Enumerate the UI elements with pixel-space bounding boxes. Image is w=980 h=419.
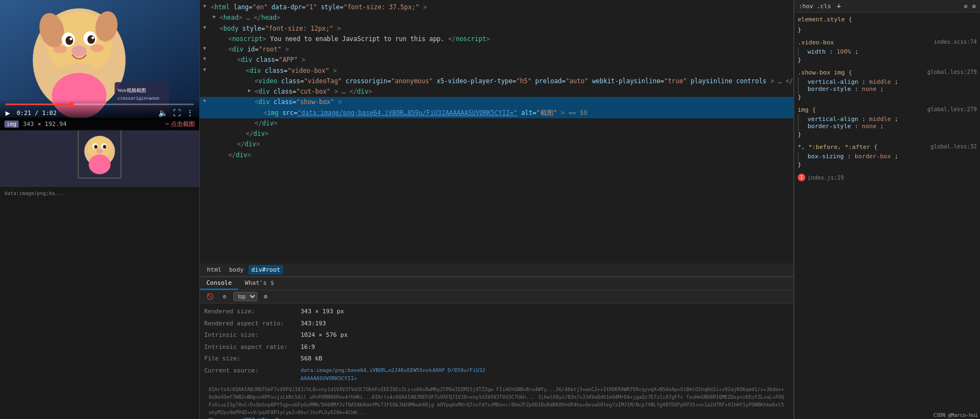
css-content: element.style { } .video-box index.scss:… [794,13,980,419]
show-more-link[interactable]: Show more (757 kB) [209,417,268,419]
camera-icon: ✂ [165,120,169,128]
expand-arrow: ▼ [203,45,206,53]
dataurl-section: data:image/png;ba... [0,186,199,419]
file-size-row: File size: 568 kB [204,353,789,365]
settings-icon[interactable]: ⚙ [972,3,976,10]
play-button[interactable]: ▶ [5,108,10,117]
html-line[interactable]: </div> [200,129,793,139]
html-line[interactable]: ▼ <div id="root" > [200,44,793,55]
progress-dot [68,102,74,107]
css-rule-img: img { global.less:279 vertical-align : m… [798,106,977,138]
css-rule-element-style: element.style { } [798,16,977,33]
svg-point-8 [88,35,95,44]
tab-whats[interactable]: What's $ [238,277,280,290]
svg-point-11 [72,45,87,56]
svg-point-10 [91,37,94,39]
html-line[interactable]: <noscript> You need to enable JavaScript… [200,34,793,44]
html-line-img[interactable]: <img src="data:image/png;base64,iVBOR…85… [200,108,793,118]
middle-panel: ▼ <html lang="en" data-dpr="1" style="fo… [200,0,794,419]
current-source-row: Current source: data:image/png;base64,iV… [204,365,789,383]
issue-indicator: 1 index.js:19 [798,174,977,181]
settings-btn[interactable]: ⚙ [262,292,270,301]
css-property-line: border-style : none ; [808,123,977,130]
cls-button[interactable]: .cls [817,3,832,10]
expand-arrow: ▼ [203,24,206,32]
progress-bar[interactable] [5,104,194,105]
svg-point-25 [103,145,106,148]
expand-arrow: ▼ [203,3,206,10]
video-area: Web视频截图 crossorigin=anon ▶ 0:21 / 1:02 🔈… [0,0,199,120]
right-panel: :hov .cls + ⊘ ⚙ element.style { } .video… [794,0,980,419]
breadcrumb-html[interactable]: html [204,265,224,274]
volume-button[interactable]: 🔈 [158,108,168,117]
html-line[interactable]: </div> [200,139,793,150]
add-rule-button[interactable]: + [837,2,841,10]
console-panel: Console What's $ 🚫 ⊘ top ⚙ Rendered size… [200,277,793,419]
css-property-line: box-sizing : border-box ; [808,153,977,160]
svg-point-26 [96,149,103,153]
svg-point-27 [89,154,111,174]
html-line-show-box[interactable]: ▼ <div class="show-box" > [200,97,793,107]
data-text-content: 8IArts4c6QAAIABJREFUeF7sVXFQJ1VJ/hL8+xny… [209,387,784,415]
screenshot-tag: img 343 × 192.94 ✂ 点击截图 [0,118,199,130]
thumbnail-section [0,120,199,186]
intrinsic-aspect-row: Intrinsic aspect ratio: 16:9 [204,341,789,353]
css-rule-show-box-img: .show-box img { global.less:279 vertical… [798,69,977,101]
devtools-main: ▼ <html lang="en" data-dpr="1" style="fo… [200,0,793,419]
html-line[interactable]: </div> [200,150,793,160]
img-badge: img [4,120,19,128]
html-line[interactable]: <video class="videoTag" crossorigin="ano… [200,76,793,87]
css-property-line: border-style : none ; [808,85,977,93]
css-rule-video-box: .video-box index.scss:74 width : 100% ; … [798,39,977,64]
img-dimensions: 343 × 192.94 [23,120,66,128]
html-line[interactable]: ▼ <div class="video-box" > [200,66,793,76]
svg-point-12 [54,45,67,53]
console-content: Rendered size: 343 × 193 px Rendered asp… [200,303,793,419]
rendered-size-row: Rendered size: 343 × 193 px [204,306,789,318]
tab-console[interactable]: Console [200,277,238,290]
svg-point-13 [91,44,104,52]
css-rule-star: *, *:before, *:after { global.less:32 bo… [798,144,977,168]
html-line[interactable]: ▶ <div class="cut-box" > … </div> [200,87,793,97]
html-line[interactable]: ▼ <body style="font-size: 12px;" > [200,24,793,34]
console-toolbar: 🚫 ⊘ top ⚙ [200,290,793,303]
time-display: 0:21 / 1:02 [16,110,56,117]
breadcrumb-root[interactable]: div#root [249,265,283,274]
css-property-line: vertical-align : middle ; [808,78,977,85]
svg-text:Web视频截图: Web视频截图 [117,88,146,93]
css-property-line: width : 100% ; [808,48,977,55]
css-property-line: vertical-align : middle ; [808,116,977,123]
breadcrumb: html body div#root [204,265,283,274]
author-tag: CSDN @Marco-hui [933,412,978,418]
svg-point-7 [66,36,73,45]
expand-arrow: ▼ [203,97,206,105]
clear-btn[interactable]: 🚫 [204,292,216,301]
fullscreen-button[interactable]: ⛶ [173,108,181,117]
more-button[interactable]: ⋮ [186,108,194,117]
issue-badge: 1 [798,174,805,181]
breadcrumb-bar: html body div#root [200,263,793,277]
progress-fill [5,104,71,105]
html-line[interactable]: ▼ <html lang="en" data-dpr="1" style="fo… [200,2,793,13]
rendered-aspect-row: Rendered aspect ratio: 343:193 [204,318,789,330]
screenshot-click-button[interactable]: ✂ 点击截图 [165,120,195,128]
expand-arrow: ▼ [203,55,206,63]
context-select[interactable]: top [233,292,257,301]
filter-btn[interactable]: ⊘ [221,292,229,301]
html-source: ▼ <html lang="en" data-dpr="1" style="fo… [200,0,793,263]
expand-arrow: ▼ [203,66,206,74]
svg-point-9 [70,38,72,41]
html-line[interactable]: ▶ <head> … </head> [200,13,793,23]
copy-button[interactable]: Copy [275,417,289,419]
console-tabs: Console What's $ [200,277,793,290]
hov-button[interactable]: :hov [799,3,814,10]
breadcrumb-body[interactable]: body [227,265,247,274]
filter-icon[interactable]: ⊘ [964,3,968,10]
thumbnail-image [78,129,122,179]
intrinsic-size-row: Intrinsic size: 1024 × 576 px [204,329,789,341]
html-line[interactable]: </div> [200,118,793,129]
data-text-area: 8IArts4c6QAAIABJREFUeF7sVXFQJ1VJ/hL8+xny… [204,383,789,419]
left-panel: Web视频截图 crossorigin=anon ▶ 0:21 / 1:02 🔈… [0,0,200,419]
html-line[interactable]: ▼ <div class="APP" > [200,55,793,65]
svg-point-24 [94,145,97,148]
